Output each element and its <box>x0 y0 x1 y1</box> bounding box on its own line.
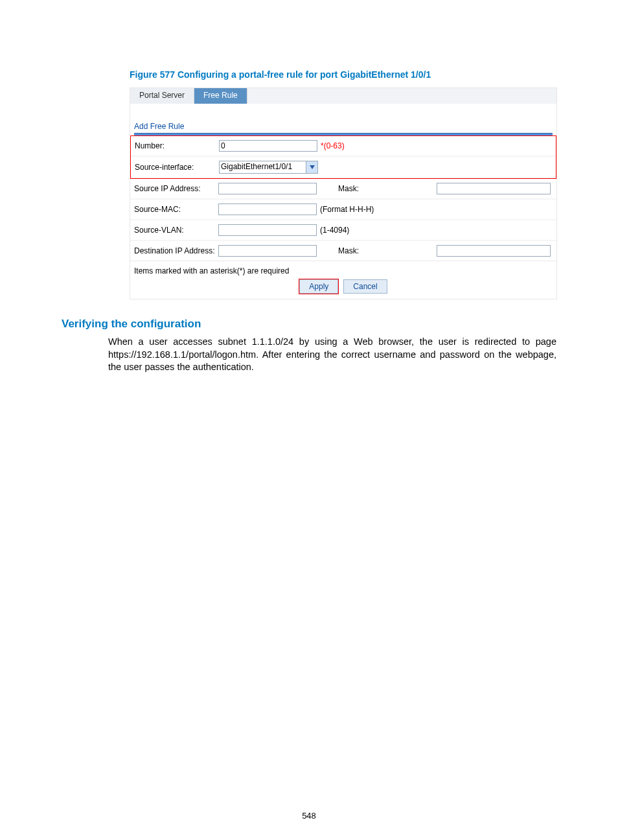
label-dest-ip-mask: Mask: <box>320 246 359 255</box>
config-screenshot-panel: Portal Server Free Rule Add Free Rule Nu… <box>130 88 557 299</box>
heading-verifying: Verifying the configuration <box>62 318 556 331</box>
range-source-vlan: (1-4094) <box>317 226 437 235</box>
required-note: Items marked with an asterisk(*) are req… <box>134 266 556 275</box>
label-number: Number: <box>135 141 219 150</box>
label-source-vlan: Source-VLAN: <box>134 226 218 235</box>
format-source-mac: (Format H-H-H) <box>317 205 437 214</box>
input-dest-ip[interactable] <box>218 245 317 257</box>
chevron-down-icon <box>306 161 317 173</box>
figure-caption: Figure 577 Configuring a portal-free rul… <box>130 69 556 80</box>
body-paragraph: When a user accesses subnet 1.1.1.0/24 b… <box>108 336 556 374</box>
label-dest-ip: Destination IP Address: <box>134 246 218 255</box>
label-source-mac: Source-MAC: <box>134 205 218 214</box>
cancel-button[interactable]: Cancel <box>343 279 387 294</box>
select-source-interface-value: GigabitEthernet1/0/1 <box>220 161 306 173</box>
section-add-free-rule: Add Free Rule <box>134 122 556 131</box>
input-dest-ip-mask[interactable] <box>437 245 551 257</box>
input-number[interactable] <box>219 140 317 152</box>
label-source-ip-mask: Mask: <box>320 184 359 193</box>
tab-portal-server[interactable]: Portal Server <box>130 88 194 104</box>
label-source-interface: Source-interface: <box>135 163 219 172</box>
tab-spacer <box>247 88 556 104</box>
apply-button[interactable]: Apply <box>299 279 338 294</box>
label-source-ip: Source IP Address: <box>134 184 218 193</box>
select-source-interface[interactable]: GigabitEthernet1/0/1 <box>219 161 318 174</box>
tab-free-rule[interactable]: Free Rule <box>194 88 247 104</box>
input-source-ip-mask[interactable] <box>437 183 551 194</box>
tab-row: Portal Server Free Rule <box>130 88 556 104</box>
input-source-ip[interactable] <box>218 183 317 194</box>
page-number: 548 <box>0 811 618 821</box>
input-source-mac[interactable] <box>218 204 317 215</box>
input-source-vlan[interactable] <box>218 224 317 236</box>
button-row: Apply Cancel <box>130 279 556 294</box>
form-area: Number: *(0-63) Source-interface: Gigabi… <box>130 135 556 261</box>
range-number: *(0-63) <box>321 141 345 150</box>
